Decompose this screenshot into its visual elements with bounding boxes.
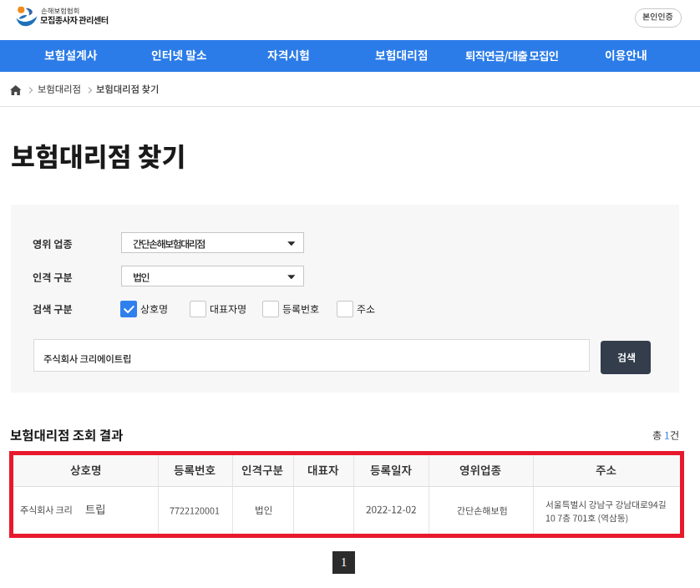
svg-text:1: 1: [341, 555, 347, 569]
